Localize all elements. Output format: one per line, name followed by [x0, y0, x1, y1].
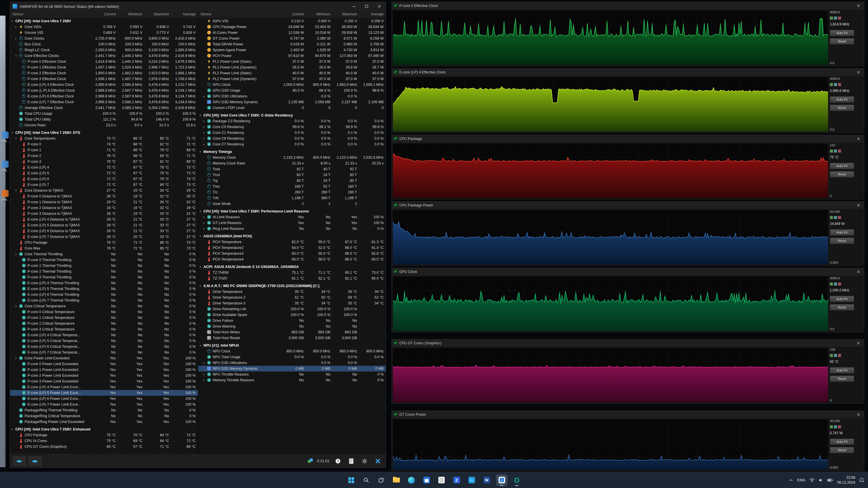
sensor-row[interactable]: P-core 3 Power Limit ExceededYesYesYes10… — [10, 379, 198, 384]
sensor-row[interactable]: P-core 2 Effective Clock1,900.0 MHz1,482… — [10, 70, 198, 76]
expander-icon[interactable]: ▸ — [16, 24, 19, 30]
section-header[interactable]: ▾ASUS UX5406SA (Intel PCH) — [198, 233, 386, 239]
sensor-row[interactable]: Drive Available Spare100.0 %100.0 %100.0… — [198, 312, 386, 318]
taskbar-store[interactable] — [421, 475, 432, 486]
sensor-row[interactable]: P-core 074 °C68 °C82 °C71 °C — [10, 141, 198, 147]
taskbar-start-button[interactable] — [345, 475, 357, 486]
sensor-row[interactable]: ▸Core C1 Residency0.0 %0.0 %0.1 %0.0 % — [198, 130, 386, 136]
sensor-row[interactable]: GPU D3D Memory Dynamic2,135 MB2,058 MB2,… — [198, 99, 386, 105]
sensor-row[interactable]: ▸Core C7 Residency0.0 %0.0 %0.0 %0.0 % — [198, 141, 386, 147]
window-titlebar[interactable]: HWiNFO® 64 v8.16-5600 Sensor Status [84 … — [10, 2, 386, 11]
sensor-row[interactable]: PCH Temperature62.0 °C55.0 °C67.0 °C61.3… — [198, 239, 386, 245]
sensor-row[interactable]: Current cTDP Level0000 — [198, 105, 386, 111]
sensor-row[interactable]: ▾Core Critical TemperatureNoNoNo0 % — [10, 303, 198, 309]
sensor-row[interactable]: Trfc1,196 T360 T1,196 T — [198, 195, 386, 201]
sensor-row[interactable]: Trcd80 T24 T80 T — [198, 172, 386, 178]
expander-icon[interactable]: ▾ — [16, 355, 19, 361]
expander-icon[interactable]: ▸ — [204, 377, 207, 383]
color-swatch-2[interactable] — [834, 283, 837, 286]
sensor-row[interactable]: PL1 Power Limit (Static)37.0 W37.0 W37.0… — [198, 59, 386, 64]
sensor-row[interactable]: P-core 1 Critical TemperatureNoNoNo0 % — [10, 315, 198, 321]
sensor-row[interactable]: P-core 2 Critical TemperatureNoNoNo0 % — [10, 321, 198, 326]
settings-button[interactable] — [360, 456, 370, 466]
sensor-row[interactable]: CPU Package Power24.849 W23.454 W38.063 … — [198, 24, 386, 30]
color-swatch-3[interactable] — [838, 17, 841, 20]
sensor-row[interactable]: P-core 3 Distance to TjMAX26 °C19 °C33 °… — [10, 211, 198, 217]
sensor-row[interactable]: P-core 0 Critical TemperatureNoNoNo0 % — [10, 309, 198, 315]
sensor-row[interactable]: E-core (LP) 472 °C67 °C79 °C73 °C — [10, 164, 198, 170]
sensor-row[interactable]: ▸Core C6 Residency0.0 %0.0 %0.0 %0.0 % — [198, 136, 386, 141]
taskbar-notes-app[interactable] — [436, 475, 447, 486]
auto-fit-button[interactable]: Auto Fit — [830, 96, 854, 103]
reset-button[interactable]: Reset — [830, 38, 854, 44]
taskbar-word[interactable]: W — [481, 475, 492, 486]
color-swatch-2[interactable] — [834, 216, 837, 219]
sensor-row[interactable]: E-core (LP) 5 Distance to TjMAX28 °C21 °… — [10, 222, 198, 228]
sensor-row[interactable]: Drive Remaining Life100.0 %100.0 %100.0 … — [198, 306, 386, 312]
graph-close-button[interactable] — [854, 136, 863, 142]
sensor-row[interactable]: E-core (LP) 772 °C67 °C80 °C73 °C — [10, 182, 198, 188]
tray-chevron-icon[interactable] — [789, 472, 793, 488]
sensor-row[interactable]: P-core 3 Thermal ThrottlingNoNoNo0 % — [10, 274, 198, 280]
sensor-row[interactable]: Drive WarningNoNoNo — [198, 324, 386, 329]
sensor-row[interactable]: Memory Clock2,133.3 MHz600.0 MHz2,133.3 … — [198, 155, 386, 160]
taskbar-search[interactable] — [361, 475, 372, 486]
color-swatch-1[interactable] — [830, 354, 833, 357]
sensor-row[interactable]: PCH Power97.610 W94.970 W127.063 W97.490… — [198, 53, 386, 59]
sensor-row[interactable]: PL2 Power Limit (Static)40.0 W40.0 W40.0… — [198, 70, 386, 76]
sensor-row[interactable]: P-core 1 Distance to TjMAX29 °C21 °C34 °… — [10, 199, 198, 205]
sensor-row[interactable]: NPU D3D Memory Dynamic0 MB0 MB0 MB0 MB — [198, 366, 386, 371]
report-button[interactable] — [346, 456, 356, 466]
sensor-row[interactable]: NPU Total Usage0.0 %0.0 %0.0 %0.0 % — [198, 354, 386, 360]
sensor-row[interactable]: P-core 0 Thermal ThrottlingNoNoNo0 % — [10, 257, 198, 263]
expander-icon[interactable]: ▸ — [16, 36, 19, 41]
color-swatch-3[interactable] — [838, 354, 841, 357]
expander-icon[interactable]: ▾ — [16, 251, 19, 257]
sensor-row[interactable]: Drive Temperature 335 °C34 °C35 °C34 °C — [198, 300, 386, 306]
expander-icon[interactable]: ▸ — [204, 136, 207, 141]
prev-page-button[interactable]: ◀▶ — [13, 456, 26, 466]
sensor-row[interactable]: CPU Package76 °C71 °C86 °C73 °C — [10, 240, 198, 246]
color-swatch-1[interactable] — [830, 425, 833, 428]
reset-button[interactable]: Reset — [830, 171, 854, 177]
sensor-row[interactable]: ▸Core C0 Residency99.8 %99.1 %99.9 %99.8… — [198, 124, 386, 130]
sensor-row[interactable]: E-core (LP) 7 Power Limit Exce...YesYesY… — [10, 401, 198, 408]
close-sensors-button[interactable] — [373, 456, 383, 466]
next-page-button[interactable]: ◀▶ — [29, 456, 41, 466]
battery-icon[interactable] — [827, 472, 833, 488]
expander-icon[interactable]: ▸ — [204, 124, 207, 130]
reset-button[interactable]: Reset — [830, 447, 854, 453]
volume-icon[interactable] — [818, 472, 823, 488]
sensor-row[interactable]: PCH Temperature254.0 °C52.0 °C66.0 °C61.… — [198, 245, 386, 251]
expander-icon[interactable]: ▾ — [16, 303, 19, 309]
expander-icon[interactable]: ▸ — [204, 141, 207, 147]
sensor-row[interactable]: P-core 3 Effective Clock1,936.1 MHz1,487… — [10, 76, 198, 82]
sensor-row[interactable]: Uncore VID0.683 V0.611 V0.773 V0.626 V — [10, 30, 198, 36]
sensor-row[interactable]: P-core 1 Effective Clock1,937.1 MHz1,524… — [10, 64, 198, 70]
graph-close-button[interactable] — [854, 69, 863, 75]
sensor-row[interactable]: P-core 2 Thermal ThrottlingNoNoNo0 % — [10, 268, 198, 274]
sensor-row[interactable]: E-core (LP) 7 Effective Clock2,986.5 MHz… — [10, 99, 198, 105]
sensor-row[interactable]: Total Host Reads3,500 GB3,500 GB3,500 GB — [198, 335, 386, 341]
sensor-row[interactable]: CPU Package75 °C70 °C84 °C72 °C — [10, 432, 198, 438]
desktop-icon-3[interactable]: pow... — [1, 190, 10, 201]
color-swatch-1[interactable] — [830, 83, 833, 86]
sensor-row[interactable]: Tcas92 T40 T92 T — [198, 166, 386, 172]
graph-titlebar[interactable]: CPU GT Cores (Graphics) — [392, 339, 864, 347]
graph-close-button[interactable] — [854, 3, 863, 9]
sensor-row[interactable]: ▾Core Power Limit ExceededYesYesYes100 % — [10, 355, 198, 361]
sensor-row[interactable]: Uncore Ratio23.0 x9.0 x31.0 x15.9 x — [10, 122, 198, 128]
sensor-row[interactable]: Memory Clock Ratio21.33 x6.00 x21.33 x20… — [198, 160, 386, 166]
maximize-button[interactable] — [360, 2, 373, 11]
sensor-row[interactable]: Gear Mode222 — [198, 201, 386, 207]
sensor-row[interactable]: TZ.THZ061.1 °C52.1 °C62.1 °C60.4 °C — [198, 275, 386, 281]
sensor-row[interactable]: GPU Clock1,000.0 MHz800.0 MHz1,950.0 MHz… — [198, 82, 386, 88]
taskbar-edge-browser[interactable] — [406, 475, 417, 486]
color-swatch-3[interactable] — [838, 150, 841, 153]
color-swatch-3[interactable] — [838, 425, 841, 428]
color-swatch-2[interactable] — [834, 150, 837, 153]
desktop-icon-1[interactable]: HW... — [1, 132, 10, 143]
sensor-row[interactable]: System Agent Power2.493 W1.526 W4.730 W3… — [198, 47, 386, 53]
auto-fit-button[interactable]: Auto Fit — [830, 296, 854, 302]
sensor-row[interactable]: ▾Core Distance to TjMAX27 °C15 °C34 °C29… — [10, 188, 198, 193]
